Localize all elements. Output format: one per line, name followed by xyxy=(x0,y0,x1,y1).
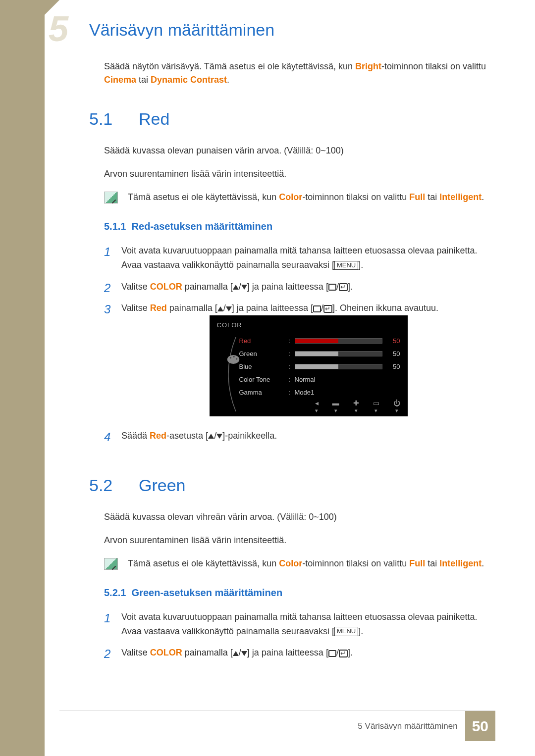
colon: : xyxy=(289,336,295,347)
colon: : xyxy=(289,375,295,385)
menu-button-icon: MENU xyxy=(334,261,358,270)
osd-value: Normal xyxy=(295,375,316,385)
text: tai xyxy=(136,75,151,85)
text: Säädä näytön värisävyä. Tämä asetus ei o… xyxy=(104,61,355,71)
osd-row-blue: Blue : 50 xyxy=(239,360,400,373)
color-keyword: COLOR xyxy=(150,282,182,292)
full-keyword: Full xyxy=(409,192,425,202)
osd-nav-icon: ✚▾ xyxy=(353,400,359,413)
text: -asetusta [ xyxy=(166,431,208,441)
osd-nav-icon: ◂▾ xyxy=(315,400,319,413)
colon: : xyxy=(289,362,295,372)
page-title: Värisävyn määrittäminen xyxy=(89,17,495,43)
sidebar-stripe xyxy=(0,0,45,756)
section-title: Green xyxy=(139,473,186,498)
text: Valitse xyxy=(121,303,150,313)
enter-icon xyxy=(339,283,348,291)
page-number: 50 xyxy=(465,711,495,741)
text: tai xyxy=(425,192,439,202)
text: . xyxy=(482,558,484,568)
text: Säädä xyxy=(121,431,150,441)
paragraph: Arvon suurentaminen lisää värin intensit… xyxy=(104,534,495,547)
subsection-title: Green-asetuksen määrittäminen xyxy=(132,587,283,598)
text: ]-painikkeella. xyxy=(222,431,277,441)
subsection-number: 5.1.1 xyxy=(104,221,126,232)
full-keyword: Full xyxy=(409,558,425,568)
osd-label: Gamma xyxy=(239,388,289,398)
text: -toiminnon tilaksi on valittu xyxy=(381,61,486,71)
section-number: 5.2 xyxy=(89,473,139,498)
osd-bottom-icons: ◂▾ ▬▾ ✚▾ ▭▾ ⏻▾ xyxy=(239,400,400,413)
text: ] ja paina laitteessa [ xyxy=(232,303,313,313)
note-row: Tämä asetus ei ole käytettävissä, kun Co… xyxy=(104,191,495,204)
square-icon xyxy=(328,650,336,657)
color-keyword: Color xyxy=(279,558,302,568)
red-keyword: Red xyxy=(150,303,167,313)
text: ]. Oheinen ikkuna avautuu. xyxy=(332,303,438,313)
cinema-keyword: Cinema xyxy=(104,75,136,85)
osd-row-green: Green : 50 xyxy=(239,348,400,360)
text: ]. xyxy=(358,260,363,270)
bright-keyword: Bright xyxy=(355,61,381,71)
page: 5 Värisävyn määrittäminen Säädä näytön v… xyxy=(0,0,535,756)
down-arrow-icon xyxy=(226,306,232,311)
text: . xyxy=(482,192,484,202)
subsection-5-1-1-header: 5.1.1 Red-asetuksen määrittäminen xyxy=(104,219,495,234)
osd-power-icon: ⏻▾ xyxy=(393,400,400,413)
text: Voit avata kuvaruutuoppaan painamalla mi… xyxy=(121,612,478,636)
note-icon xyxy=(104,558,118,570)
section-5-2-header: 5.2 Green xyxy=(89,473,495,498)
text: ]. xyxy=(348,282,353,292)
osd-value: 50 xyxy=(386,362,400,372)
text: ]. xyxy=(358,626,363,636)
down-arrow-icon xyxy=(216,434,222,439)
enter-icon xyxy=(339,650,348,657)
text: Tämä asetus ei ole käytettävissä, kun xyxy=(128,192,279,202)
osd-title: COLOR xyxy=(210,315,408,335)
step-2: Valitse COLOR painamalla [/] ja paina la… xyxy=(104,280,495,294)
section-number: 5.1 xyxy=(89,106,139,132)
content-area: Värisävyn määrittäminen Säädä näytön vär… xyxy=(50,0,535,660)
osd-label: Green xyxy=(239,349,289,359)
text: Valitse xyxy=(121,648,150,657)
note-icon xyxy=(104,192,118,203)
dynamic-contrast-keyword: Dynamic Contrast xyxy=(151,75,227,85)
text: Voit avata kuvaruutuoppaan painamalla mi… xyxy=(121,246,478,270)
text: Tämä asetus ei ole käytettävissä, kun xyxy=(128,558,279,568)
osd-label: Red xyxy=(239,336,289,347)
osd-side-arc xyxy=(210,335,239,399)
osd-row-color-tone: Color Tone : Normal xyxy=(239,373,400,386)
note-text: Tämä asetus ei ole käytettävissä, kun Co… xyxy=(128,191,495,204)
step-3: Valitse Red painamalla [/] ja paina lait… xyxy=(104,301,495,416)
step-1: Voit avata kuvaruutuoppaan painamalla mi… xyxy=(104,610,495,639)
text: -toiminnon tilaksi on valittu xyxy=(302,192,409,202)
section-5-1-header: 5.1 Red xyxy=(89,106,495,132)
square-icon xyxy=(328,284,336,291)
subsection-5-2-1-header: 5.2.1 Green-asetuksen määrittäminen xyxy=(104,585,495,600)
palette-icon xyxy=(217,352,231,361)
osd-label: Blue xyxy=(239,362,289,372)
red-keyword: Red xyxy=(150,431,166,441)
paragraph: Säädä kuvassa olevan punaisen värin arvo… xyxy=(104,144,495,157)
section-title: Red xyxy=(139,106,169,132)
svg-point-1 xyxy=(229,357,231,358)
osd-bar-fill xyxy=(295,364,339,369)
text: ]. xyxy=(348,648,353,657)
intro-paragraph: Säädä näytön värisävyä. Tämä asetus ei o… xyxy=(104,60,495,87)
text: tai xyxy=(425,558,439,568)
colon: : xyxy=(289,349,295,359)
subsection-title: Red-asetuksen määrittäminen xyxy=(132,221,273,232)
text: -toiminnon tilaksi on valittu xyxy=(302,558,409,568)
menu-button-icon: MENU xyxy=(334,627,358,636)
enter-icon xyxy=(323,305,332,313)
up-arrow-icon xyxy=(233,651,239,656)
square-icon xyxy=(313,305,321,312)
text: painamalla [ xyxy=(182,282,233,292)
osd-bar-fill xyxy=(295,339,339,343)
osd-value: 50 xyxy=(386,336,400,347)
steps-list: Voit avata kuvaruutuoppaan painamalla mi… xyxy=(104,244,495,443)
step-2: Valitse COLOR painamalla [/] ja paina la… xyxy=(104,646,495,660)
osd-rows: Red : 50 Green : 50 Blue : xyxy=(239,335,408,399)
down-arrow-icon xyxy=(241,651,247,656)
footer: 5 Värisävyn määrittäminen 50 xyxy=(358,711,495,741)
